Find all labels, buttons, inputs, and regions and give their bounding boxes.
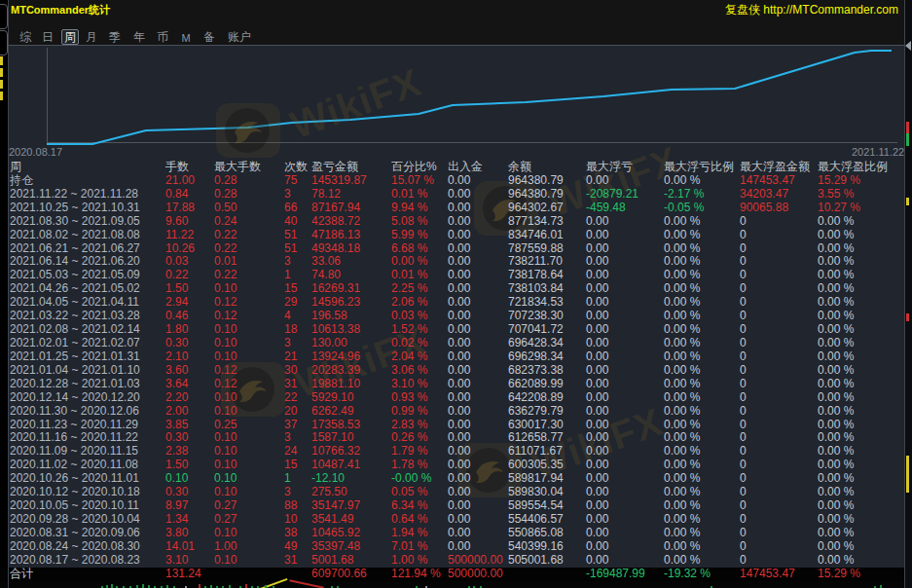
- table-row[interactable]: 2021.08.30 ~ 2021.09.059.600.244042388.7…: [0, 215, 912, 229]
- table-row[interactable]: 2021.08.02 ~ 2021.08.0811.220.225147186.…: [0, 229, 912, 242]
- cell: 最大浮亏比例: [664, 161, 734, 174]
- mini-bar: [245, 584, 247, 588]
- cell: 0: [740, 296, 747, 310]
- cell: 3541.49: [311, 513, 353, 527]
- cell: 0.00: [448, 431, 470, 445]
- cell: 6262.49: [311, 405, 353, 419]
- cell: 0.00: [586, 337, 608, 350]
- cell: 盈亏金额: [311, 161, 358, 174]
- cell: 0.00: [448, 202, 470, 215]
- table-row[interactable]: 2020.12.28 ~ 2021.01.033.640.123119881.1…: [0, 378, 912, 391]
- cell: 0.00: [586, 486, 608, 499]
- table-row[interactable]: 2021.04.26 ~ 2021.05.021.500.101516269.3…: [0, 282, 912, 296]
- cell: 0.00 %: [818, 445, 854, 459]
- cell: 0.00 %: [664, 255, 700, 269]
- cell: 505001.68: [508, 554, 564, 568]
- menu-item-7[interactable]: 币: [157, 30, 168, 44]
- menu-item-2[interactable]: 日: [42, 30, 54, 44]
- cell: -0.00 %: [391, 472, 431, 486]
- table-row[interactable]: 2021.04.05 ~ 2021.04.112.940.122914596.2…: [0, 296, 912, 310]
- table-row[interactable]: 2020.08.24 ~ 2020.08.3014.011.004935397.…: [0, 540, 912, 554]
- menu-item-9[interactable]: 备: [203, 30, 215, 44]
- table-row[interactable]: 2020.11.02 ~ 2020.11.081.500.101510487.4…: [0, 459, 912, 472]
- menu-item-3[interactable]: 周: [61, 29, 79, 45]
- cell: 3: [284, 431, 291, 445]
- cell: 0.00 %: [664, 296, 700, 310]
- cell: 最大浮亏: [586, 161, 633, 174]
- table-row[interactable]: 2020.11.23 ~ 2020.11.293.850.253717358.5…: [0, 419, 912, 432]
- table-row[interactable]: 2021.02.01 ~ 2021.02.070.300.103130.000.…: [0, 337, 912, 350]
- cell: 0.22: [214, 242, 237, 256]
- scroll-marker: [906, 198, 909, 205]
- table-row[interactable]: 2020.11.30 ~ 2020.12.062.000.10206262.49…: [0, 405, 912, 419]
- table-row[interactable]: 2020.12.14 ~ 2020.12.202.200.10225929.10…: [0, 391, 912, 405]
- table-row[interactable]: 2021.10.25 ~ 2021.10.3117.880.506687167.…: [0, 202, 912, 215]
- cell: 0: [740, 540, 747, 554]
- cell: 2020.11.09 ~ 2020.11.15: [10, 445, 138, 459]
- table-row[interactable]: 2020.08.31 ~ 2020.09.063.800.103810465.9…: [0, 527, 912, 540]
- table-row[interactable]: 2021.02.08 ~ 2021.02.141.800.101810613.3…: [0, 323, 912, 337]
- table-row[interactable]: 2020.09.28 ~ 2020.10.041.340.27103541.49…: [0, 513, 912, 527]
- cell: 2020.11.30 ~ 2020.12.06: [10, 405, 139, 419]
- cell: 10766.32: [311, 445, 360, 459]
- cell: 合计: [10, 568, 33, 581]
- cell: 90065.88: [740, 202, 788, 215]
- cell: 百分比%: [391, 161, 437, 174]
- cell: 554406.57: [508, 513, 564, 527]
- cell: 0.00 %: [664, 431, 700, 445]
- cell: 2020.10.12 ~ 2020.10.18: [10, 486, 140, 499]
- table-row[interactable]: 2021.06.14 ~ 2021.06.200.030.01333.060.0…: [0, 255, 912, 269]
- cell: 29: [284, 296, 297, 310]
- cell: 0.10: [214, 486, 237, 499]
- table-row[interactable]: 2021.06.21 ~ 2021.06.2710.260.225149348.…: [0, 242, 912, 256]
- cell: 3.85: [165, 419, 188, 432]
- table-row[interactable]: 2021.11.22 ~ 2021.11.280.840.28378.120.0…: [0, 188, 912, 202]
- cell: 2.10: [165, 350, 188, 364]
- table-row[interactable]: 持仓21.000.2875145319.8715.07 %0.00964380.…: [0, 174, 912, 188]
- table-row[interactable]: 2021.01.04 ~ 2021.01.103.600.123020283.3…: [0, 364, 912, 378]
- table-row[interactable]: 2020.10.12 ~ 2020.10.180.300.103275.500.…: [0, 486, 912, 499]
- cell: 0.00 %: [818, 405, 854, 419]
- menu-item-6[interactable]: 年: [133, 30, 145, 44]
- cell: 0: [740, 459, 747, 472]
- cell: 0: [740, 527, 747, 540]
- table-row[interactable]: 2021.01.25 ~ 2021.01.312.100.102113924.9…: [0, 350, 912, 364]
- cell: 0: [740, 445, 747, 459]
- table-row[interactable]: 2020.11.09 ~ 2020.11.152.380.102410766.3…: [0, 445, 912, 459]
- table-row[interactable]: 2020.10.26 ~ 2020.11.010.100.101-12.10-0…: [0, 472, 912, 486]
- cell: 0.00 %: [664, 391, 700, 405]
- table-row[interactable]: 2021.03.22 ~ 2021.03.280.460.124196.580.…: [0, 310, 912, 323]
- cell: 0.10: [214, 445, 237, 459]
- table-row[interactable]: 2021.05.03 ~ 2021.05.090.220.22174.800.0…: [0, 269, 912, 282]
- cell: 2020.12.28 ~ 2021.01.03: [10, 378, 140, 391]
- cell: 5.99 %: [391, 229, 427, 242]
- table-row[interactable]: 2020.10.05 ~ 2020.10.118.970.278835147.9…: [0, 499, 912, 513]
- menu-item-1[interactable]: 综: [19, 30, 31, 44]
- menu-item-8[interactable]: M: [181, 31, 190, 45]
- cell: 3.60: [165, 364, 188, 378]
- cell: 0.03 %: [391, 310, 427, 323]
- cell: 275.50: [311, 486, 347, 499]
- table-row[interactable]: 2020.08.17 ~ 2020.08.233.100.10315001.68…: [0, 554, 912, 568]
- cell: 51: [284, 242, 297, 256]
- cell: 3: [284, 486, 291, 499]
- table-row[interactable]: 2020.11.16 ~ 2020.11.220.300.1031587.100…: [0, 431, 912, 445]
- cell: 0.00: [586, 215, 608, 229]
- table-total-row[interactable]: 合计131.24609700.66121.94 %500000.00-16948…: [0, 568, 912, 581]
- menu-item-4[interactable]: 月: [86, 30, 97, 44]
- cell: 2020.08.24 ~ 2020.08.30: [10, 540, 140, 554]
- menu-item-5[interactable]: 季: [109, 30, 121, 44]
- cell: 0.00 %: [664, 350, 700, 364]
- cell: 630017.30: [508, 419, 564, 432]
- cell: 130.00: [311, 337, 347, 350]
- cell: 0.00 %: [664, 445, 700, 459]
- cell: 0.00: [586, 459, 608, 472]
- cell: 1.34: [165, 513, 188, 527]
- cell: 2021.04.26 ~ 2021.05.02: [10, 282, 140, 296]
- cell: 696428.34: [508, 337, 564, 350]
- menu-item-10[interactable]: 账户: [228, 30, 251, 44]
- cell: 0.30: [165, 337, 188, 350]
- cell: 0.00 %: [664, 242, 700, 256]
- cell: 0: [740, 486, 747, 499]
- cell: 0.00 %: [664, 378, 700, 391]
